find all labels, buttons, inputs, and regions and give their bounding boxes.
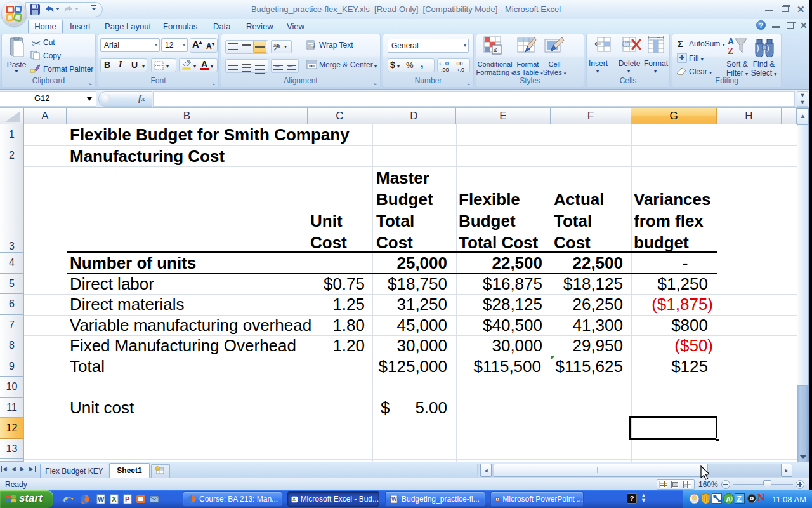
svg-text:W: W xyxy=(98,495,105,503)
svg-text:Z: Z xyxy=(737,495,742,504)
svg-text:X: X xyxy=(292,497,296,502)
svg-text:P: P xyxy=(125,495,129,503)
svg-text:ab: ab xyxy=(273,43,278,48)
svg-text:X: X xyxy=(112,495,117,503)
svg-text:A: A xyxy=(726,496,731,503)
svg-text:≤: ≤ xyxy=(494,46,497,53)
svg-text:W: W xyxy=(391,496,396,502)
svg-text:A: A xyxy=(728,36,734,46)
svg-text:Z: Z xyxy=(728,46,733,56)
